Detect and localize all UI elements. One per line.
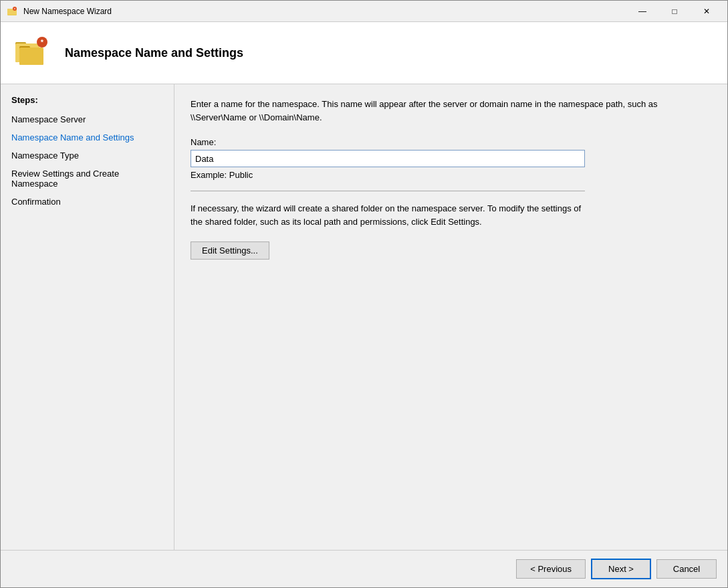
description-text: Enter a name for the namespace. This nam… — [191, 98, 711, 124]
svg-text:*: * — [14, 7, 15, 11]
next-button[interactable]: Next > — [591, 559, 651, 579]
wizard-header-icon: * — [14, 33, 54, 73]
sidebar-steps-label: Steps: — [1, 95, 174, 110]
sidebar: Steps: Namespace Server Namespace Name a… — [1, 84, 174, 550]
sidebar-item-namespace-type[interactable]: Namespace Type — [1, 146, 174, 165]
wizard-body: Steps: Namespace Server Namespace Name a… — [1, 84, 727, 550]
previous-button[interactable]: < Previous — [516, 559, 586, 579]
svg-rect-10 — [19, 47, 43, 65]
example-text: Example: Public — [191, 170, 711, 180]
main-content: Enter a name for the namespace. This nam… — [174, 84, 727, 550]
name-input[interactable] — [191, 150, 585, 167]
edit-settings-button[interactable]: Edit Settings... — [191, 241, 269, 260]
title-bar: * New Namespace Wizard — □ ✕ — [1, 1, 727, 22]
wizard-footer: < Previous Next > Cancel — [1, 550, 727, 587]
wizard-title: Namespace Name and Settings — [65, 46, 243, 60]
wizard-header: * Namespace Name and Settings — [1, 22, 727, 84]
maximize-button[interactable]: □ — [659, 2, 690, 21]
sidebar-item-confirmation[interactable]: Confirmation — [1, 193, 174, 211]
cancel-button[interactable]: Cancel — [656, 559, 717, 579]
title-bar-controls: — □ ✕ — [627, 2, 722, 21]
close-button[interactable]: ✕ — [691, 2, 722, 21]
name-field-label: Name: — [191, 137, 711, 147]
svg-text:*: * — [41, 38, 44, 46]
title-bar-title: New Namespace Wizard — [23, 7, 627, 16]
info-text: If necessary, the wizard will create a s… — [191, 202, 585, 228]
title-bar-icon: * — [6, 5, 19, 18]
divider — [191, 191, 585, 191]
sidebar-item-namespace-name[interactable]: Namespace Name and Settings — [1, 128, 174, 146]
wizard-window: * New Namespace Wizard — □ ✕ — [0, 0, 728, 588]
sidebar-item-review-settings[interactable]: Review Settings and CreateNamespace — [1, 165, 174, 193]
minimize-button[interactable]: — — [627, 2, 658, 21]
sidebar-item-namespace-server[interactable]: Namespace Server — [1, 110, 174, 128]
